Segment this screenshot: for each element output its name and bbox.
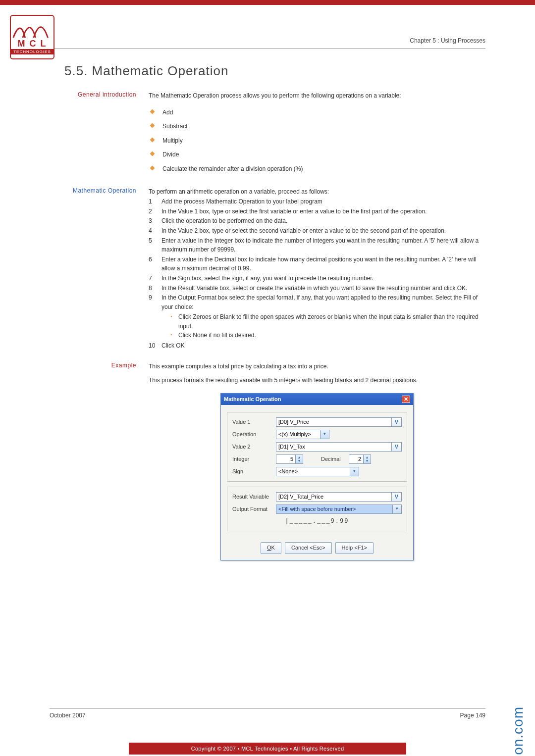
step: In the Value 1 box, type or select the f…: [149, 207, 485, 216]
step: Enter a value in the Integer box to indi…: [149, 236, 485, 254]
mathematic-operation-dialog: Mathematic Operation ✕ Value 1 V: [220, 393, 414, 560]
result-picker-button[interactable]: V: [392, 492, 402, 502]
procedure-label: Mathematic Operation: [64, 187, 149, 351]
chevron-down-icon[interactable]: ▾: [350, 467, 359, 476]
example-p2: This process formats the resulting varia…: [149, 376, 485, 385]
step: Enter a value in the Decimal box to indi…: [149, 255, 485, 273]
chevron-down-icon[interactable]: ▾: [321, 430, 329, 439]
integer-spin-buttons[interactable]: ▲▼: [296, 454, 303, 464]
footer-page: Page 149: [460, 712, 485, 719]
value1-label: Value 1: [232, 418, 276, 426]
example-p1: This example computes a total price by c…: [149, 362, 485, 371]
value2-input[interactable]: [276, 442, 392, 452]
footer-date: October 2007: [50, 712, 86, 719]
sign-select[interactable]: [276, 467, 350, 476]
operation-select[interactable]: [276, 430, 321, 439]
step: In the Result Variable box, select or cr…: [149, 284, 485, 293]
bullet-item: Multiply: [149, 134, 485, 148]
close-icon[interactable]: ✕: [402, 396, 410, 403]
step: Add the process Mathematic Operation to …: [149, 197, 485, 206]
step: In the Output Format box select the spec…: [149, 293, 485, 340]
value1-input[interactable]: [276, 417, 392, 427]
step: Click the operation to be performed on t…: [149, 216, 485, 226]
cancel-button[interactable]: Cancel <Esc>: [285, 542, 331, 554]
chevron-down-icon[interactable]: ▾: [393, 504, 402, 514]
help-button[interactable]: Help <F1>: [335, 542, 374, 554]
result-variable-input[interactable]: [276, 492, 392, 502]
step: Click OK: [149, 341, 485, 351]
mcl-logo: M C L TECHNOLOGIES: [10, 15, 54, 59]
integer-label: Integer: [232, 455, 276, 463]
result-label: Result Variable: [232, 493, 276, 501]
step: In the Value 2 box, type or select the s…: [149, 226, 485, 236]
intro-lead: The Mathematic Operation process allows …: [149, 91, 485, 101]
ok-button[interactable]: OK: [261, 542, 281, 554]
output-format-label: Output Format: [232, 505, 276, 513]
top-divider: [10, 48, 485, 49]
format-preview: |_____.___9.99: [232, 517, 402, 526]
value1-picker-button[interactable]: V: [392, 417, 402, 427]
chapter-label: Chapter 5 : Using Processes: [10, 20, 485, 44]
value2-picker-button[interactable]: V: [392, 442, 402, 452]
value2-label: Value 2: [232, 443, 276, 451]
bullet-item: Substract: [149, 119, 485, 134]
logo-line2: TECHNOLOGIES: [11, 49, 54, 54]
bullet-item: Divide: [149, 148, 485, 162]
step: In the Sign box, select the sign, if any…: [149, 274, 485, 283]
operation-label: Operation: [232, 430, 276, 439]
bullet-item: Add: [149, 105, 485, 120]
page-footer: October 2007 Page 149: [50, 708, 485, 719]
step-text: In the Output Format box select the spec…: [161, 294, 478, 310]
copyright-bar: Copyright © 2007 • MCL Technologies • Al…: [129, 743, 406, 755]
page-title: 5.5. Mathematic Operation: [64, 63, 485, 79]
decimal-spinner[interactable]: [349, 454, 364, 464]
intro-label: General introduction: [64, 91, 149, 176]
procedure-lead: To perform an arithmetic operation on a …: [149, 187, 485, 197]
integer-spinner[interactable]: [276, 454, 296, 464]
sub-bullet: Click None if no fill is desired.: [170, 331, 485, 340]
dialog-title: Mathematic Operation: [224, 395, 281, 403]
decimal-label: Decimal: [321, 455, 349, 463]
intro-bullets: Add Substract Multiply Divide Calculate …: [149, 105, 485, 176]
decimal-spin-buttons[interactable]: ▲▼: [364, 454, 371, 464]
sub-bullet: Click Zeroes or Blank to fill the open s…: [170, 312, 485, 331]
output-format-select[interactable]: [276, 504, 393, 514]
procedure-steps: Add the process Mathematic Operation to …: [149, 197, 485, 351]
bullet-item: Calculate the remainder after a division…: [149, 162, 485, 176]
sign-label: Sign: [232, 467, 276, 476]
example-label: Example: [64, 362, 149, 560]
